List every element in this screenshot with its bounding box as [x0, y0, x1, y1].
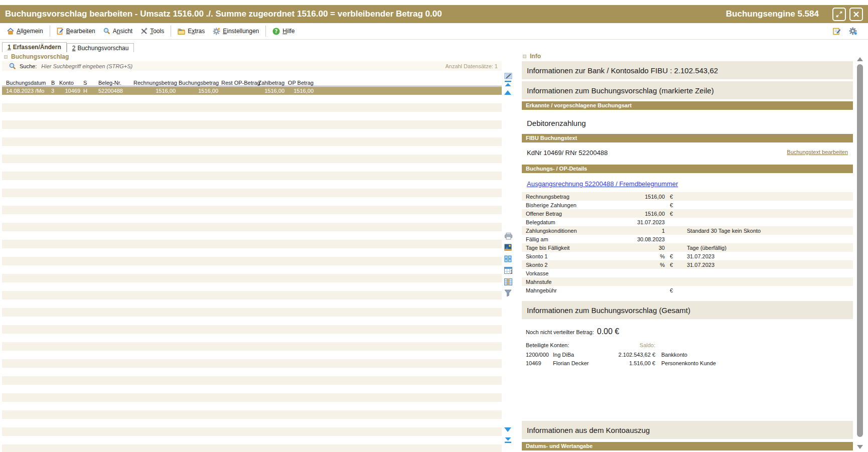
maximize-button[interactable]: [832, 8, 846, 21]
cell-s: H: [83, 88, 98, 94]
detail-row: Mahngebühr€: [522, 286, 853, 294]
col-op-betrag[interactable]: OP Betrag: [287, 80, 317, 86]
account-row: 1200/000 Ing DiBa 2.102.543,62 € Bankkon…: [522, 350, 853, 359]
row-info-bar[interactable]: Informationen zum Buchungsvorschlag (mar…: [522, 81, 853, 99]
grid-toolbar-column: Σ: [503, 70, 517, 452]
tools-icon: [140, 28, 148, 35]
cell-zahlbetrag: 1516,00: [257, 88, 287, 94]
record-count: Anzahl Datensätze: 1: [445, 63, 498, 69]
maximize-icon: [835, 11, 843, 18]
help-icon: ?: [272, 28, 280, 35]
col-b[interactable]: B: [51, 80, 59, 86]
table-row-selected[interactable]: 14.08.2023 /Mo 3 10469 H 52200488 1516,0…: [2, 87, 502, 95]
title-bar: Buchungsvorschlag bearbeiten - Umsatz 15…: [0, 5, 868, 23]
search-bar[interactable]: Suche: Hier Suchbegriff eingeben (STRG+S…: [2, 61, 502, 71]
detail-row: Mahnstufe: [522, 277, 853, 286]
cell-buchungsdatum: 14.08.2023 /Mo: [6, 88, 51, 94]
app-version: Buchungsengine 5.584: [726, 9, 819, 19]
menu-extras[interactable]: Extras: [174, 26, 209, 37]
menu-allgemein[interactable]: Allgemein: [3, 26, 47, 37]
scroll-down-icon[interactable]: [504, 427, 511, 432]
menu-label: Extras: [188, 28, 205, 35]
column-settings-icon[interactable]: [504, 72, 513, 80]
column-layout-icon[interactable]: [504, 278, 512, 286]
scroll-bottom-icon[interactable]: [504, 436, 512, 444]
col-konto[interactable]: Konto: [59, 80, 83, 86]
col-s[interactable]: S: [83, 80, 98, 86]
col-buchungsdatum[interactable]: Buchungsdatum: [6, 80, 51, 86]
cell-beleg-nr: 52200488: [98, 88, 133, 94]
menu-einstellungen[interactable]: Einstellungen: [209, 26, 263, 37]
scrollbar-up-arrow[interactable]: [857, 57, 863, 61]
booking-type-section-header: Erkannte / vorgeschlagene Buchungsart: [522, 101, 853, 110]
menu-bar: Allgemein Bearbeiten Ansicht Tools: [0, 23, 868, 40]
total-info-bar[interactable]: Informationen zum Buchungsvorschlag (Ges…: [522, 301, 853, 319]
undistributed-label: Noch nicht verteilter Betrag:: [526, 329, 594, 335]
close-button[interactable]: [849, 8, 863, 21]
menu-bar-right: [833, 27, 857, 35]
col-zahlbetrag[interactable]: Zahlbetrag: [257, 80, 287, 86]
collapse-box-icon[interactable]: [4, 55, 8, 59]
invoice-link[interactable]: Ausgangsrechnung 52200488 / Fremdbelegnu…: [527, 180, 678, 188]
col-rest-op-betrag[interactable]: Rest OP-Betrag: [221, 80, 257, 86]
group-title: Buchungsvorschlag: [11, 53, 69, 60]
accounts-label: Beteiligte Konten:: [526, 342, 608, 350]
collapse-box-icon[interactable]: [523, 55, 526, 58]
grid-view-icon[interactable]: [504, 255, 512, 263]
settings-gear-icon[interactable]: [849, 27, 857, 35]
menu-ansicht[interactable]: Ansicht: [99, 26, 136, 37]
search-icon: [9, 63, 16, 70]
export-image-icon[interactable]: [504, 244, 512, 252]
scroll-top-icon[interactable]: [504, 80, 512, 88]
scrollbar-thumb[interactable]: [857, 64, 863, 437]
detail-row: Fällig am30.08.2023: [522, 235, 853, 243]
statement-info-bar[interactable]: Informationen aus dem Kontoauszug: [522, 421, 853, 439]
svg-text:Σ: Σ: [510, 270, 512, 274]
detail-row: Zahlungskonditionen1Standard 30 Tage kei…: [522, 226, 853, 235]
filter-icon[interactable]: [504, 289, 512, 297]
detail-row: Bisherige Zahlungen€: [522, 201, 853, 209]
grid-header-row[interactable]: Buchungsdatum B Konto S Beleg-Nr. Rechnu…: [2, 78, 502, 86]
menu-label: Bearbeiten: [66, 28, 95, 35]
menu-tools[interactable]: Tools: [136, 26, 168, 37]
svg-text:?: ?: [275, 29, 278, 34]
search-label: Suche:: [20, 63, 37, 69]
buchungsvorschlag-group-header: Buchungsvorschlag: [4, 53, 69, 60]
undistributed-value: 0.00 €: [597, 327, 619, 336]
print-icon[interactable]: [504, 233, 513, 241]
window-title: Buchungsvorschlag bearbeiten - Umsatz 15…: [5, 9, 726, 19]
buchungsengine-window: Buchungsvorschlag bearbeiten - Umsatz 15…: [0, 0, 868, 452]
cell-op-betrag: 1516,00: [287, 88, 317, 94]
tab-erfassen-aendern[interactable]: 1Erfassen/Ändern: [2, 42, 67, 52]
menu-label: Tools: [150, 28, 164, 35]
menu-label: Allgemein: [17, 28, 43, 35]
date-value-section-header: Datums- und Wertangabe: [522, 442, 853, 450]
col-rechnungsbetrag[interactable]: Rechnungsbetrag: [133, 80, 179, 86]
scroll-up-icon[interactable]: [504, 90, 511, 95]
info-scrollbar[interactable]: [856, 56, 864, 452]
fibu-booking-text: KdNr 10469/ RNr 52200488: [527, 149, 608, 157]
cell-buchungsbetrag: 1516,00: [179, 88, 221, 94]
fibu-text-row: KdNr 10469/ RNr 52200488 Buchungstext be…: [522, 142, 853, 165]
empty-rows-area: [2, 95, 502, 452]
note-edit-icon[interactable]: [833, 28, 841, 35]
home-icon: [7, 28, 14, 35]
detail-row: Tage bis Fälligkeit30Tage (überfällig): [522, 243, 853, 252]
scrollbar-down-arrow[interactable]: [857, 445, 863, 449]
menu-hilfe[interactable]: ? Hilfe: [268, 26, 299, 37]
edit-icon: [57, 28, 64, 35]
detail-row: Rechnungsbetrag1516,00€: [522, 192, 853, 201]
info-panel: Info Informationen zur Bank / Kontosaldo…: [522, 52, 853, 450]
col-beleg-nr[interactable]: Beleg-Nr.: [98, 80, 133, 86]
tab-buchungsvorschau[interactable]: 2Buchungsvorschau: [67, 43, 134, 52]
col-buchungsbetrag[interactable]: Buchungsbetrag: [179, 80, 221, 86]
op-details-section-header: Buchungs- / OP-Details: [522, 165, 853, 173]
menu-bearbeiten[interactable]: Bearbeiten: [53, 26, 99, 37]
info-group-header: Info: [522, 52, 853, 60]
sum-table-icon[interactable]: Σ: [504, 267, 512, 275]
bank-info-bar[interactable]: Informationen zur Bank / Kontosaldo FIBU…: [522, 61, 853, 79]
booking-type-value: Debitorenzahlung: [522, 110, 853, 134]
edit-booking-text-link[interactable]: Buchungstext bearbeiten: [787, 149, 848, 155]
search-input[interactable]: Hier Suchbegriff eingeben (STRG+S): [41, 63, 132, 69]
op-details-table: Rechnungsbetrag1516,00€ Bisherige Zahlun…: [522, 192, 853, 294]
